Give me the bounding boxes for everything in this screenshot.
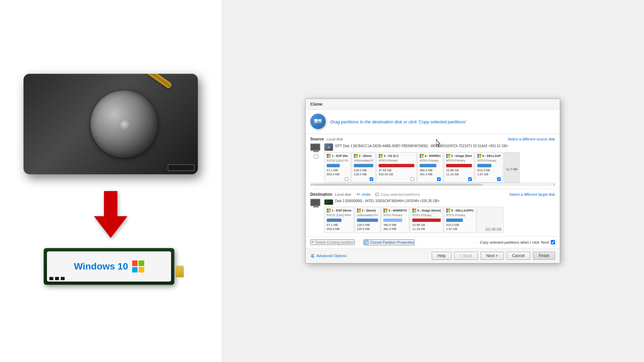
source-partition-6[interactable]: 6 - DELLSUP NTFS Primary 610.3 MB1.07 GB xyxy=(475,152,503,183)
dest-disk-icon-area xyxy=(310,199,322,208)
source-part1-checkbox[interactable] xyxy=(345,177,348,181)
dest-disk-info-row: Disk 2 [00000000] - INTEL SSDSCKF360H6H … xyxy=(324,199,555,205)
copy-next-checkbox[interactable] xyxy=(551,240,555,244)
win-flag-2 xyxy=(354,154,358,158)
dest-part5-subname: NTFS Primary xyxy=(412,214,441,218)
ssd-board: Windows 10 xyxy=(44,248,174,285)
dest-part2-subname: Unformatted Pri xyxy=(357,214,378,218)
dest-part1-sizes: 57.1 MB650.0 MB xyxy=(327,223,352,231)
help-btn[interactable]: Help xyxy=(432,252,451,260)
back-btn[interactable]: < Back xyxy=(454,252,478,260)
source-partition-2[interactable]: 2 - (None Unformatted P 128.0 MB128.0 MB xyxy=(352,152,376,183)
source-scrollbar-thumb[interactable] xyxy=(312,184,483,186)
dest-part6-subname: NTFS Primary xyxy=(446,214,474,218)
dest-label: Destination xyxy=(310,192,332,197)
monitor-icon xyxy=(310,143,322,153)
dest-part4-header: 4 - WINRETO xyxy=(383,208,407,213)
dest-partition-1[interactable]: 1 - ESP (None FAT32 (LBA) Prim 57.1 MB65… xyxy=(324,207,354,233)
source-part3-checkbox[interactable] xyxy=(411,177,414,181)
select-source-link[interactable]: Select a different source disk xyxy=(508,137,555,141)
copy-next-label[interactable]: Copy selected partitions when I click 'N… xyxy=(480,240,555,244)
next-btn[interactable]: Next > xyxy=(481,252,504,260)
hdd-arm xyxy=(131,74,173,89)
cancel-btn[interactable]: Cancel xyxy=(506,252,530,260)
right-panel: Clone xyxy=(221,0,644,362)
finish-btn[interactable]: Finish xyxy=(533,252,555,260)
undo-label[interactable]: Undo xyxy=(362,192,370,196)
source-section: Source Local disk Select a different sou… xyxy=(306,134,560,189)
undo-btn[interactable]: ↩ Undo xyxy=(357,192,370,197)
dest-partition-6[interactable]: 6 - DELLSUPPC NTFS Primary 610.3 MB1.07 … xyxy=(444,207,476,233)
source-type: Local disk xyxy=(327,137,343,141)
cloned-props-label: Cloned Partition Properties xyxy=(370,240,414,244)
select-target-link[interactable]: Select a different target disk xyxy=(509,192,555,196)
source-part4-subname: NTFS Primary xyxy=(420,159,441,163)
dest-type: Local disk xyxy=(335,192,351,196)
dest-part1-bar xyxy=(327,219,341,222)
ssd-container: Windows 10 xyxy=(44,248,178,295)
source-part4-checkbox-row xyxy=(420,177,441,181)
win10-text: Windows 10 xyxy=(74,261,128,272)
copy-partitions-btn[interactable]: Copy selected partitions xyxy=(375,192,420,197)
chip2 xyxy=(55,277,59,280)
source-partition-1[interactable]: 1 - ESP (No FAT32 (LBA) Pri 57.1 MB650.0… xyxy=(324,152,351,183)
delete-x-icon: ✕ xyxy=(311,240,314,244)
svg-point-14 xyxy=(312,255,313,256)
ssd-connector xyxy=(175,266,184,278)
chip1 xyxy=(49,277,53,280)
delete-partition-label: Delete Existing partition xyxy=(315,240,354,244)
source-partitions-container: GPT Disk 1 [9CBACC1A-DE95-4ABE-9DB7-FBD0… xyxy=(324,143,555,183)
dest-part2-bar xyxy=(357,219,378,222)
source-part6-checkbox-row xyxy=(477,177,501,181)
dest-partition-2[interactable]: 2 - (None) Unformatted Pri 128.0 MB128.0… xyxy=(355,207,380,233)
source-select-all-checkbox[interactable] xyxy=(314,154,318,159)
source-partition-3[interactable]: 3 - OS (C:) NTFS Primary 37.64 GB918.04 … xyxy=(376,152,417,183)
dest-partitions-container: Disk 2 [00000000] - INTEL SSDSCKF360H6H … xyxy=(324,199,555,233)
clone-symbol-icon xyxy=(313,116,323,126)
win-flag-5 xyxy=(446,154,450,158)
win-logo-q4 xyxy=(139,267,144,273)
dialog-title: Clone xyxy=(310,102,322,107)
source-part6-checkbox[interactable] xyxy=(497,177,501,181)
source-partition-4[interactable]: 4 - WINRE1 NTFS Primary 380.4 MB461.0 MB xyxy=(417,152,443,183)
clone-icon xyxy=(310,114,326,130)
source-part3-bar xyxy=(379,164,414,167)
dest-part4-bar xyxy=(383,219,402,222)
source-partition-5[interactable]: 5 - Image (Non NTFS Primary 10.98 GB11.1… xyxy=(444,152,474,183)
win-flag-6 xyxy=(477,154,481,158)
separator1 xyxy=(359,240,359,245)
dest-partitions-row: 1 - ESP (None FAT32 (LBA) Prim 57.1 MB65… xyxy=(324,207,555,233)
down-arrow-icon xyxy=(84,188,138,241)
advanced-options-btn[interactable]: Advanced Options xyxy=(310,253,346,258)
source-part5-checkbox-row xyxy=(446,177,472,181)
source-part1-bar xyxy=(327,164,340,167)
source-part1-header: 1 - ESP (No xyxy=(327,154,348,158)
dest-ssd-icon xyxy=(324,199,333,205)
dest-unalloc-size: 321.89 GB xyxy=(485,228,501,231)
hdd-body xyxy=(23,74,198,174)
source-scrollbar[interactable] xyxy=(310,183,555,186)
source-part2-checkbox[interactable] xyxy=(370,177,373,181)
source-part6-sizes: 610.3 MB1.07 GB xyxy=(477,168,501,177)
dest-header-row: Destination Local disk ↩ Undo Copy selec… xyxy=(310,192,555,197)
copy-partitions-label[interactable]: Copy selected partitions xyxy=(381,192,420,196)
dest-part1-header: 1 - ESP (None xyxy=(327,208,352,213)
source-checkbox-area xyxy=(314,154,318,159)
dest-partition-4[interactable]: 4 - WINRETO NTFS Primary 380.4 MB461.0 M… xyxy=(381,207,409,233)
dialog-header: Drag partitions to the destination disk … xyxy=(306,110,560,134)
source-part4-bar xyxy=(420,164,436,167)
ssd-label: Windows 10 xyxy=(47,251,171,282)
source-disk-icon-area xyxy=(310,143,322,159)
source-part4-header: 4 - WINRE1 xyxy=(420,154,441,158)
dest-part6-sizes: 610.3 MB1.07 GB xyxy=(446,223,474,231)
dest-partition-5[interactable]: 5 - Image (None) NTFS Primary 10.98 GB11… xyxy=(410,207,443,233)
delete-partition-btn[interactable]: ✕ Delete Existing partition xyxy=(310,239,355,245)
dest-part2-sizes: 128.0 MB128.0 MB xyxy=(357,223,378,231)
source-part5-sizes: 10.98 GB11.19 GB xyxy=(446,168,472,177)
cloned-properties-btn[interactable]: Cloned Partition Properties xyxy=(363,239,415,245)
dest-part4-sizes: 380.4 MB461.0 MB xyxy=(383,223,407,231)
source-part5-checkbox[interactable] xyxy=(468,177,472,181)
source-part4-checkbox[interactable] xyxy=(437,177,441,181)
properties-icon xyxy=(364,240,369,245)
source-part2-bar xyxy=(354,164,373,167)
